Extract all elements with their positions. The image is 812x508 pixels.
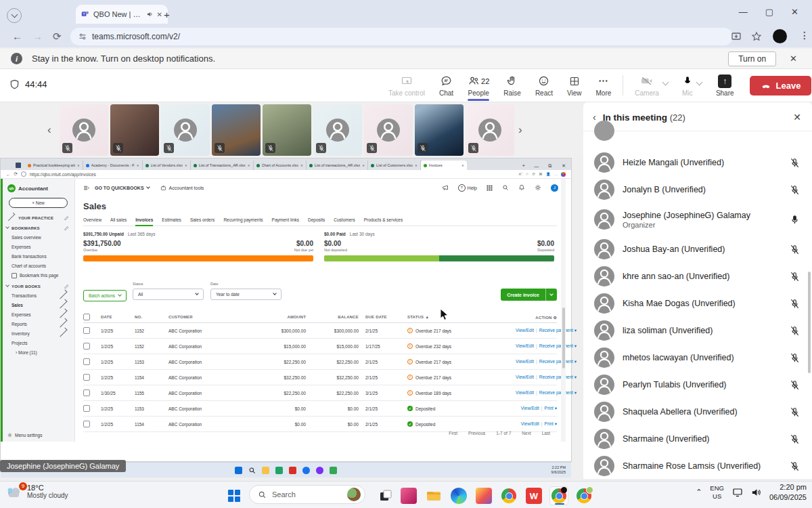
participant-row[interactable]: Kisha Mae Dogas (Unverified) xyxy=(583,290,812,317)
pagination-1-7-of-7[interactable]: 1-7 of 7 xyxy=(496,431,511,436)
row-checkbox[interactable] xyxy=(83,327,90,334)
tab-close-icon[interactable]: ✕ xyxy=(415,164,418,167)
mic-off-icon[interactable] xyxy=(790,326,800,336)
shared-taskbar-win-icon[interactable] xyxy=(235,467,242,474)
participant-row[interactable]: khre ann sao-an (Unverified) xyxy=(583,263,812,290)
shared-back-icon[interactable]: ← xyxy=(6,172,11,177)
video-tile[interactable] xyxy=(60,104,108,156)
settings-gear-icon[interactable] xyxy=(535,184,541,191)
sidebar-item-transactions[interactable]: Transactions xyxy=(1,291,74,300)
pagination-previous[interactable]: Previous xyxy=(468,431,485,436)
tab-close-icon[interactable]: ✕ xyxy=(300,164,303,167)
edit-pencil-icon[interactable] xyxy=(64,215,69,220)
video-tile[interactable] xyxy=(110,104,159,156)
table-row[interactable]: 1/2/251154ABC Corporation$32,250.00$32,2… xyxy=(83,370,557,385)
taskbar-app-wps[interactable]: W xyxy=(524,486,543,505)
tab-close-icon[interactable]: ✕ xyxy=(248,164,250,167)
taskbar-app-chrome-active[interactable] xyxy=(549,486,568,505)
browser-tab[interactable]: T QBO New | Microsoft Teams ✕ xyxy=(76,5,168,24)
panel-scrollbar[interactable] xyxy=(808,272,811,373)
panel-close-icon[interactable]: ✕ xyxy=(793,112,801,123)
go-to-quickbooks[interactable]: GO TO QUICKBOOKS xyxy=(95,186,150,190)
sync-icon[interactable]: ⟳ xyxy=(533,172,536,176)
shared-browser-tab[interactable]: Practical bookkeeping wit✕ xyxy=(25,161,83,170)
participant-row[interactable]: Pearlyn Tulabis (Unverified) xyxy=(583,371,812,398)
sidebar-section-your-practice[interactable]: YOUR PRACTICE xyxy=(1,212,74,222)
receive-payment-link[interactable]: Receive payment xyxy=(539,390,573,395)
tab-close-icon[interactable]: ✕ xyxy=(137,164,139,167)
edit-pencil-icon[interactable] xyxy=(64,226,69,230)
shared-browser-tab[interactable]: List of Customers.xlsx✕ xyxy=(368,161,421,170)
minimize-icon[interactable]: — xyxy=(739,7,748,17)
close-icon[interactable]: ✕ xyxy=(791,7,798,17)
taskbar-app-explorer[interactable] xyxy=(424,486,443,505)
camera-options-chevron-icon[interactable] xyxy=(662,79,669,85)
extensions-icon[interactable]: ⌘ xyxy=(539,172,543,176)
sales-tab-deposits[interactable]: Deposits xyxy=(308,217,325,222)
sidebar-item-expenses[interactable]: Expenses xyxy=(1,310,74,319)
back-icon[interactable]: ← xyxy=(12,30,22,42)
volume-icon[interactable] xyxy=(751,488,761,497)
mic-options-chevron-icon[interactable] xyxy=(696,79,702,85)
sales-tab-invoices[interactable]: Invoices xyxy=(135,217,153,226)
shared-browser-tab[interactable]: List of Vendors.xlsx✕ xyxy=(143,161,191,170)
profile-icon[interactable]: 👤 xyxy=(546,172,551,176)
view-edit-link[interactable]: View/Edit xyxy=(521,406,539,410)
mic-off-icon[interactable] xyxy=(790,461,800,471)
sidebar-item-chart-of-accounts[interactable]: Chart of accounts xyxy=(1,261,74,270)
raise-hand-button[interactable]: Raise xyxy=(501,73,524,98)
participant-row[interactable]: Sharmaine Rose Lamsis (Unverified) xyxy=(583,452,812,479)
sales-tab-recurring-payments[interactable]: Recurring payments xyxy=(223,217,263,222)
sales-tab-overview[interactable]: Overview xyxy=(83,217,102,222)
qbo-avatar[interactable]: J xyxy=(551,184,558,192)
column-header-balance[interactable]: BALANCE xyxy=(313,315,365,319)
print-link[interactable]: Print xyxy=(545,421,554,426)
more-button[interactable]: More xyxy=(593,73,614,98)
column-header-due-date[interactable]: DUE DATE xyxy=(365,315,407,319)
mic-off-icon[interactable] xyxy=(790,353,800,363)
shared-restore-icon[interactable]: ⧉ xyxy=(548,163,551,169)
action-dropdown-icon[interactable]: ▾ xyxy=(554,421,557,426)
video-tile[interactable] xyxy=(415,104,464,156)
search-icon[interactable] xyxy=(502,184,509,191)
video-tile[interactable] xyxy=(364,104,413,156)
participant-row[interactable]: Joshua Bay-an (Unverified) xyxy=(583,236,812,263)
sales-tab-products-services[interactable]: Products & services xyxy=(364,217,403,222)
sidebar-item-expenses[interactable]: Expenses xyxy=(1,242,74,251)
chat-button[interactable]: Chat xyxy=(436,73,456,98)
video-tile[interactable] xyxy=(466,104,514,156)
sales-tab-customers[interactable]: Customers xyxy=(334,217,355,222)
maximize-icon[interactable]: ▢ xyxy=(765,7,773,17)
participant-row[interactable]: Josephine (JosephineG) GalamayOrganizer xyxy=(583,203,812,236)
back-chevron-icon[interactable]: ‹ xyxy=(593,112,596,123)
new-tab-button[interactable]: + xyxy=(164,9,170,20)
video-tile[interactable] xyxy=(161,104,210,156)
address-bar[interactable]: teams.microsoft.com/v2/ xyxy=(70,28,733,45)
action-dropdown-icon[interactable]: ▾ xyxy=(573,375,577,379)
install-app-icon[interactable] xyxy=(731,31,742,42)
participant-row[interactable]: mhetos lacwayan (Unverified) xyxy=(583,344,812,371)
mic-button[interactable]: " stroke="#ababab" stroke-width="1.2" st… xyxy=(679,73,704,98)
sidebar-item-bookmark-this-page[interactable]: Bookmark this page xyxy=(1,270,74,280)
shared-browser-tab[interactable]: List of transactions_AR.xlsx✕ xyxy=(307,161,368,170)
create-invoice-dropdown-icon[interactable] xyxy=(545,289,557,301)
view-edit-link[interactable]: View/Edit xyxy=(521,421,539,426)
mic-off-icon[interactable] xyxy=(790,407,800,417)
pagination-last[interactable]: Last xyxy=(542,431,550,436)
mic-off-icon[interactable] xyxy=(790,158,800,168)
row-checkbox[interactable] xyxy=(83,405,90,412)
batch-actions-button[interactable]: Batch actions xyxy=(83,290,127,301)
mic-off-icon[interactable] xyxy=(790,272,800,282)
table-row[interactable]: 1/2/251153ABC Corporation$0.00$0.002/1/2… xyxy=(83,401,557,417)
tab-close-icon[interactable]: ✕ xyxy=(362,164,365,167)
tab-search-icon[interactable] xyxy=(7,8,22,23)
camera-button[interactable]: Camera xyxy=(632,73,671,98)
view-button[interactable]: View xyxy=(564,73,585,98)
start-button[interactable] xyxy=(225,486,244,505)
column-header-date[interactable]: DATE xyxy=(101,315,135,319)
participant-row[interactable]: Sharmaine (Unverified) xyxy=(583,425,812,452)
column-header-amount[interactable]: AMOUNT xyxy=(267,315,313,319)
taskbar-app-chrome-meet[interactable] xyxy=(574,486,593,505)
leave-button[interactable]: Leave xyxy=(750,76,812,96)
shared-taskbar-app-icon[interactable] xyxy=(316,467,323,474)
